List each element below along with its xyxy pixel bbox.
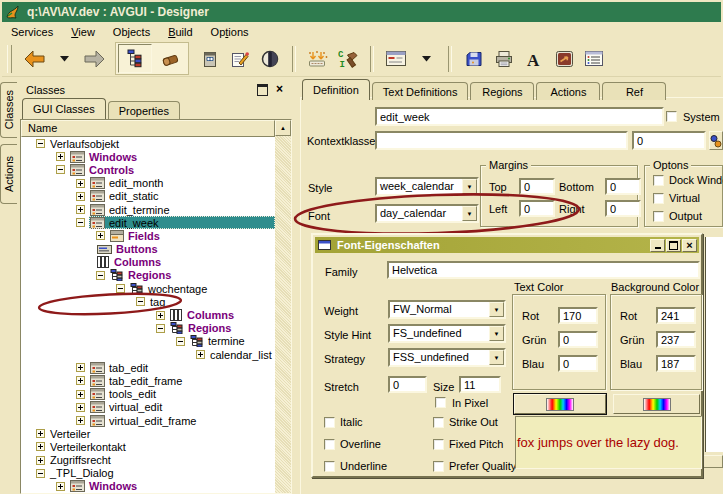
- tree-item-buttons[interactable]: Buttons: [21, 243, 275, 256]
- tree-item-_tpl_dialog[interactable]: _TPL_Dialog: [21, 467, 275, 480]
- toolbar-grip[interactable]: [7, 45, 12, 73]
- checkbox-virtual[interactable]: [653, 193, 664, 204]
- tree-item-tab_edit_frame[interactable]: tab_edit_frame: [21, 374, 275, 387]
- tree-item-fields[interactable]: Fields: [21, 229, 275, 242]
- expand-icon[interactable]: [156, 311, 165, 320]
- expand-icon[interactable]: [76, 416, 85, 425]
- collapse-icon[interactable]: [116, 284, 125, 293]
- toolbar-back-button[interactable]: [21, 46, 47, 72]
- toolbar-archive-button[interactable]: [197, 46, 223, 72]
- dialog-close-button[interactable]: ×: [682, 239, 697, 252]
- dialog-maximize-button[interactable]: [666, 239, 681, 252]
- menu-item-options[interactable]: Options: [202, 24, 258, 40]
- tree-item-windows[interactable]: Windows: [21, 150, 275, 163]
- toolbar-tree-view-toggle[interactable]: [118, 44, 152, 73]
- tree-item-calendar_list[interactable]: calendar_list: [21, 348, 275, 361]
- tree-item-wochentage[interactable]: wochentage: [21, 282, 275, 295]
- toolbar-stamp-button[interactable]: [551, 46, 577, 72]
- dialog-minimize-button[interactable]: [650, 239, 665, 252]
- expand-icon[interactable]: [76, 403, 85, 412]
- background-color-grün-input[interactable]: [656, 331, 696, 348]
- expand-icon[interactable]: [76, 179, 85, 188]
- tab-gui-classes[interactable]: GUI Classes: [22, 98, 106, 119]
- tree-item-edit_static[interactable]: edit_static: [21, 190, 275, 203]
- toolbar-print-button[interactable]: [491, 46, 517, 72]
- kontextklasse-id-input[interactable]: [632, 131, 706, 150]
- margin-right-input[interactable]: [605, 200, 641, 217]
- expand-icon[interactable]: [76, 390, 85, 399]
- collapse-icon[interactable]: [56, 165, 65, 174]
- tree-item-zugriffsrecht[interactable]: Zugriffsrecht: [21, 454, 275, 467]
- tree-item-virtual_edit[interactable]: virtual_edit: [21, 401, 275, 414]
- collapse-icon[interactable]: [76, 218, 85, 227]
- menu-item-objects[interactable]: Objects: [104, 24, 159, 40]
- checkbox-strike-out[interactable]: [433, 417, 444, 428]
- text-color-grün-input[interactable]: [558, 331, 598, 348]
- weight-combobox[interactable]: FW_Normal▼: [388, 300, 506, 319]
- tab-regions[interactable]: Regions: [470, 82, 534, 100]
- tree-item-verlaufsobjekt[interactable]: Verlaufsobjekt: [21, 137, 275, 150]
- collapse-icon[interactable]: [36, 139, 45, 148]
- checkbox-prefer-quality[interactable]: [433, 461, 444, 472]
- checkbox-fixed-pitch[interactable]: [433, 439, 444, 450]
- expand-icon[interactable]: [196, 350, 205, 359]
- class-name-input[interactable]: [375, 107, 664, 126]
- tree-item-regions[interactable]: Regions: [21, 269, 275, 282]
- collapse-icon[interactable]: [136, 297, 145, 306]
- toolbar-font-button[interactable]: A: [521, 46, 547, 72]
- tree-item-verteiler[interactable]: Verteiler: [21, 427, 275, 440]
- toolbar-form-list-button[interactable]: [581, 46, 607, 72]
- tree-item-columns[interactable]: Columns: [21, 256, 275, 269]
- collapse-icon[interactable]: [36, 469, 45, 478]
- toolbar-back-history-dropdown[interactable]: [51, 46, 77, 72]
- collapse-icon[interactable]: [176, 337, 185, 346]
- tab-definition[interactable]: Definition: [302, 79, 370, 100]
- sidebar-tab-classes[interactable]: Classes: [0, 82, 17, 138]
- font-combobox[interactable]: day_calendar ▼: [375, 204, 479, 223]
- toolbar-forward-button[interactable]: [81, 46, 107, 72]
- tree-item-edit_termine[interactable]: edit_termine: [21, 203, 275, 216]
- dialog-titlebar[interactable]: Font-Eigenschaften ×: [315, 237, 699, 253]
- tree-column-header[interactable]: Name: [21, 120, 275, 137]
- background-color-picker-button[interactable]: [613, 394, 700, 414]
- expand-icon[interactable]: [96, 231, 105, 240]
- tree-item-virtual_edit_frame[interactable]: virtual_edit_frame: [21, 414, 275, 427]
- toolbar-edit-button[interactable]: [227, 46, 253, 72]
- tree-scrollbar[interactable]: ▲: [275, 120, 291, 493]
- toolbar-window-form-button[interactable]: [383, 46, 409, 72]
- menu-item-view[interactable]: View: [62, 24, 104, 40]
- combo-arrow-icon[interactable]: ▼: [489, 350, 504, 365]
- strategy-combobox[interactable]: FSS_undefined▼: [388, 348, 506, 367]
- combo-arrow-icon[interactable]: ▼: [489, 326, 504, 341]
- toolbar-eraser-toggle[interactable]: [154, 44, 186, 71]
- combo-arrow-icon[interactable]: ▼: [462, 179, 477, 194]
- expand-icon[interactable]: [36, 456, 45, 465]
- collapse-icon[interactable]: [96, 271, 105, 280]
- expand-icon[interactable]: [76, 205, 85, 214]
- margin-bottom-input[interactable]: [605, 178, 641, 195]
- margin-left-input[interactable]: [519, 200, 555, 217]
- tree-item-windows[interactable]: Windows: [21, 480, 275, 493]
- toolbar-save-button[interactable]: [461, 46, 487, 72]
- text-color-picker-button[interactable]: [514, 394, 606, 414]
- expand-icon[interactable]: [76, 376, 85, 385]
- collapse-icon[interactable]: [156, 324, 165, 333]
- tree-item-regions[interactable]: Regions: [21, 322, 275, 335]
- style-hint-combobox[interactable]: FS_undefined▼: [388, 324, 506, 343]
- tree-item-tools_edit[interactable]: tools_edit: [21, 388, 275, 401]
- margin-top-input[interactable]: [519, 178, 555, 195]
- sidebar-tab-actions[interactable]: Actions: [0, 144, 17, 204]
- expand-icon[interactable]: [76, 192, 85, 201]
- expand-icon[interactable]: [56, 152, 65, 161]
- style-combobox[interactable]: week_calendar ▼: [375, 177, 479, 196]
- tab-actions[interactable]: Actions: [536, 82, 600, 100]
- kontextklasse-input[interactable]: [375, 131, 628, 150]
- toolbar-search-button[interactable]: [257, 46, 283, 72]
- checkbox-overline[interactable]: [324, 439, 335, 450]
- in-pixel-checkbox[interactable]: [435, 397, 446, 408]
- expand-icon[interactable]: [76, 363, 85, 372]
- combo-arrow-icon[interactable]: ▼: [489, 302, 504, 317]
- toolbar-generate-button[interactable]: [305, 46, 331, 72]
- tree-item-verteilerkontakt[interactable]: Verteilerkontakt: [21, 440, 275, 453]
- expand-icon[interactable]: [36, 442, 45, 451]
